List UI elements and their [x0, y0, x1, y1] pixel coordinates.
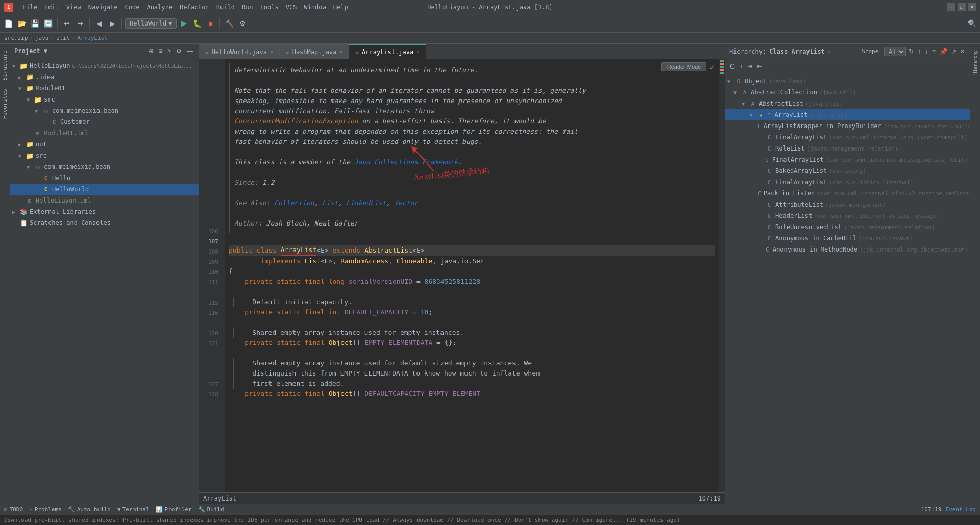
htree-item-anonymousmethod[interactable]: C Anonymous in MethodNode (jdk.internal.…	[725, 244, 970, 255]
tab-arraylist-close[interactable]: ×	[416, 49, 420, 55]
htree-item-abstractlist[interactable]: ▼ A AbstractList (java.util)	[725, 98, 970, 109]
htree-item-finalarraylist1[interactable]: C FinalArrayList (com.sun.xml.internal.o…	[725, 132, 970, 143]
project-close-button[interactable]: —	[185, 47, 194, 55]
menu-navigate[interactable]: Navigate	[85, 3, 121, 12]
menu-edit[interactable]: Edit	[41, 3, 62, 12]
side-tab-right-hierarchy[interactable]: Hierarchy	[972, 46, 979, 79]
project-options-button[interactable]: ≥	[166, 47, 173, 55]
project-locate-button[interactable]: ⊕	[147, 47, 155, 55]
open-button[interactable]: 📂	[15, 17, 28, 30]
tab-arraylist[interactable]: ☕ ArrayList.java ×	[349, 44, 426, 59]
menu-tools[interactable]: Tools	[257, 3, 282, 12]
tree-item-out[interactable]: ▶ 📁 out	[10, 139, 199, 150]
menu-build[interactable]: Build	[213, 3, 238, 12]
menu-help[interactable]: Help	[330, 3, 351, 12]
tree-item-root[interactable]: ▼ 📁 HelloLiayun C:\Users\32120\IdeaProje…	[10, 60, 199, 71]
htree-item-roleunresolvedlist[interactable]: C RoleUnresolvedList (javax.management.r…	[725, 221, 970, 233]
menu-window[interactable]: Window	[301, 3, 329, 12]
tree-item-com-bean-root[interactable]: ▼ ◫ com.meimeixia.bean	[10, 161, 199, 172]
htree-item-anonymouscache[interactable]: C Anonymous in CacheUtil (com.sun.javaws…	[725, 233, 970, 244]
breadcrumb-src-zip[interactable]: src.zip	[4, 35, 28, 41]
build-project-button[interactable]: 🔨	[223, 17, 235, 30]
breadcrumb-java[interactable]: java	[35, 35, 49, 41]
htree-item-attributelist[interactable]: C AttributeList (javax.management)	[725, 199, 970, 210]
menu-view[interactable]: View	[63, 3, 84, 12]
breadcrumb-util[interactable]: util	[56, 35, 70, 41]
tree-item-scratches[interactable]: 📋 Scratches and Consoles	[10, 217, 199, 229]
run-config-selector[interactable]: HelloWorld ▼	[125, 18, 177, 29]
tree-item-src-root[interactable]: ▼ 📁 src	[10, 150, 199, 161]
tab-hashmap[interactable]: ☕ HashMap.java ×	[280, 44, 349, 59]
side-tab-structure[interactable]: Structure	[1, 46, 9, 85]
status-profiler[interactable]: 📊 Profiler	[156, 506, 192, 513]
hier-expand-button[interactable]: ≡	[930, 47, 937, 56]
hier-export-button[interactable]: ↗	[950, 47, 958, 56]
htree-item-packinlister[interactable]: C Pack in Lister (com.sun.xml.internal.b…	[725, 188, 970, 199]
breadcrumb-arraylist[interactable]: ArrayList	[77, 35, 108, 41]
tree-item-idea[interactable]: ▶ 📁 .idea	[10, 71, 199, 83]
tree-item-module01[interactable]: ▼ 📁 Module01	[10, 83, 199, 94]
project-collapse-button[interactable]: ≡	[157, 47, 164, 55]
htree-item-basedarraylist[interactable]: C BakedArrayList (sun.swing)	[725, 165, 970, 177]
hier-toolbar-btn4[interactable]: ⇤	[755, 62, 764, 70]
undo-button[interactable]: ↩	[61, 17, 73, 30]
reader-mode-button[interactable]: Reader Mode	[662, 62, 707, 71]
menu-refactor[interactable]: Refactor	[177, 3, 212, 12]
tree-item-helloworld[interactable]: C HelloWorld	[10, 184, 199, 195]
menu-code[interactable]: Code	[122, 3, 143, 12]
hier-toolbar-btn1[interactable]: C	[728, 62, 737, 71]
htree-item-arraylistwrapper[interactable]: C ArrayListWrapper in ProxyBuilder (com.…	[725, 120, 970, 132]
menu-file[interactable]: File	[19, 3, 40, 12]
hier-close-button[interactable]: ×	[959, 47, 966, 56]
side-tab-favorites[interactable]: Favorites	[1, 85, 9, 123]
settings-button[interactable]: ⚙	[236, 17, 249, 30]
htree-item-headerlist[interactable]: C HeaderList (com.sun.xml.internal.ws.ap…	[725, 210, 970, 221]
debug-button[interactable]: 🐛	[191, 17, 203, 30]
stop-button[interactable]: ■	[204, 17, 216, 30]
htree-item-finalarraylist3[interactable]: C FinalArrayList (com.sun.istack.interna…	[725, 177, 970, 188]
tab-helloworld[interactable]: ☕ HelloWorld.java ×	[199, 44, 280, 59]
status-todo[interactable]: ☑ TODO	[4, 506, 23, 513]
tree-item-com-bean-m01[interactable]: ▼ ◫ com.meimeixia.bean	[10, 105, 199, 116]
hierarchy-title-close-icon[interactable]: ×	[828, 48, 831, 54]
back-button[interactable]: ◀	[93, 17, 105, 30]
close-button[interactable]: ✕	[968, 3, 976, 11]
htree-item-abstractcollection[interactable]: ▼ A AbstractCollection (java.util)	[725, 87, 970, 98]
code-editor[interactable]: deterministic behavior at an undetermine…	[225, 59, 719, 492]
menu-vcs[interactable]: VCS	[283, 3, 300, 12]
status-autobuild[interactable]: 🔨 Auto-build	[68, 506, 111, 513]
tree-item-hello[interactable]: C Hello	[10, 172, 199, 184]
tree-item-helloliayun-iml[interactable]: ⊞ HelloLiayun.iml	[10, 195, 199, 206]
maximize-button[interactable]: □	[958, 3, 966, 11]
menu-run[interactable]: Run	[239, 3, 256, 12]
tab-hashmap-close[interactable]: ×	[339, 49, 342, 55]
htree-item-arraylist[interactable]: ▼ ★ * ArrayList (java.util)	[725, 109, 970, 120]
tree-item-module01-iml[interactable]: ⊞ Module01.iml	[10, 128, 199, 139]
status-problems[interactable]: ⚠ Problems	[29, 506, 62, 513]
tree-item-ext-libs[interactable]: ▶ 📚 External Libraries	[10, 206, 199, 217]
tree-item-src-m01[interactable]: ▼ 📁 src	[10, 94, 199, 105]
new-file-button[interactable]: 📄	[2, 17, 14, 30]
hier-toolbar-btn2[interactable]: ↕	[738, 62, 744, 70]
scope-select[interactable]: All	[884, 47, 906, 56]
menu-analyze[interactable]: Analyze	[143, 3, 176, 12]
hier-toolbar-btn3[interactable]: ⇥	[746, 62, 754, 70]
project-settings-button[interactable]: ⚙	[175, 47, 183, 55]
tree-item-customer[interactable]: C Customer	[10, 116, 199, 128]
redo-button[interactable]: ↪	[74, 17, 86, 30]
hier-prev-button[interactable]: ↑	[916, 47, 922, 56]
htree-item-finalarraylist2[interactable]: C FinalArrayList (com.sun.xml.internal.m…	[725, 154, 970, 165]
tab-helloworld-close[interactable]: ×	[270, 49, 273, 55]
status-event-log[interactable]: Event Log	[945, 506, 976, 513]
forward-button[interactable]: ▶	[106, 17, 118, 30]
status-terminal[interactable]: ⊡ Terminal	[117, 506, 150, 513]
minimize-button[interactable]: ─	[947, 3, 955, 11]
hier-next-button[interactable]: ↓	[923, 47, 929, 56]
hier-pin-button[interactable]: 📌	[938, 47, 949, 56]
htree-item-rolelist[interactable]: C RoleList (javax.management.relation)	[725, 143, 970, 154]
htree-item-object[interactable]: ▼ O Object (java.lang)	[725, 76, 970, 87]
save-button[interactable]: 💾	[29, 17, 41, 30]
status-build[interactable]: 🔧 Build	[198, 506, 224, 513]
hier-refresh-button[interactable]: ↻	[907, 47, 915, 56]
sync-button[interactable]: 🔄	[42, 17, 54, 30]
